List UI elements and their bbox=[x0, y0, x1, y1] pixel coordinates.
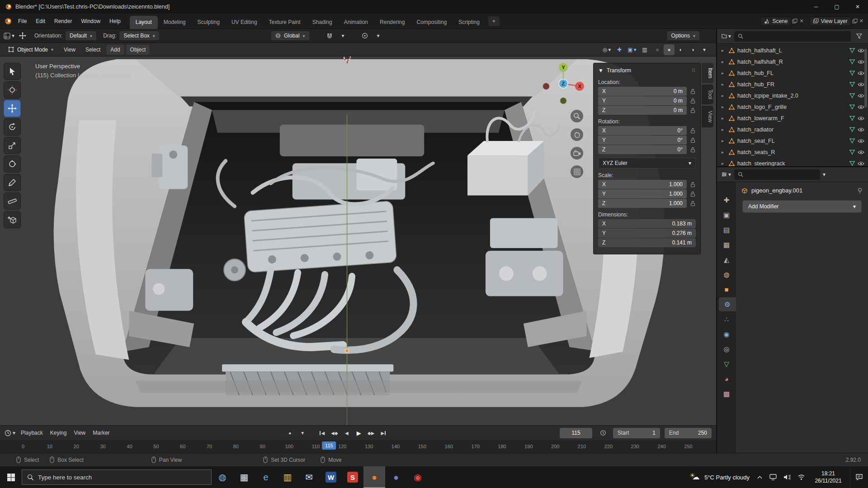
lock-icon[interactable] bbox=[690, 137, 696, 143]
preview-range-clock-icon[interactable] bbox=[598, 427, 609, 438]
viewport-menu-add[interactable]: Add bbox=[106, 45, 124, 55]
scale-x-field[interactable]: X1.000 bbox=[598, 180, 687, 189]
view-layer-selector[interactable]: View Layer bbox=[809, 16, 851, 26]
workspace-tab-rendering[interactable]: Rendering bbox=[374, 16, 410, 29]
play-button-icon[interactable]: ▶ bbox=[354, 428, 364, 438]
current-frame-field[interactable]: 115 bbox=[560, 428, 592, 438]
lock-icon[interactable] bbox=[690, 191, 696, 197]
snap-magnet-icon[interactable] bbox=[324, 30, 335, 41]
visibility-eye-icon[interactable] bbox=[858, 105, 864, 109]
rendered-shading-icon[interactable]: ◑ bbox=[687, 44, 698, 55]
taskbar-app-word[interactable]: W bbox=[320, 466, 342, 488]
transform-orientation-dropdown[interactable]: Global▾ bbox=[271, 31, 310, 41]
show-gizmo-icon[interactable]: ✚ bbox=[614, 44, 625, 55]
rotation-x-field[interactable]: X0° bbox=[598, 126, 687, 135]
move-tool-icon[interactable] bbox=[4, 100, 21, 117]
dimensions-z-field[interactable]: Z0.141 m bbox=[598, 238, 696, 247]
orientation-dropdown[interactable]: Default▾ bbox=[65, 31, 97, 41]
properties-filter-chevron-icon[interactable]: ▾ bbox=[823, 171, 826, 178]
cursor-tool-icon[interactable] bbox=[4, 81, 21, 99]
properties-tab-particles[interactable]: ∴ bbox=[717, 312, 736, 326]
workspace-tab-layout[interactable]: Layout bbox=[130, 16, 158, 29]
visibility-eye-icon[interactable] bbox=[858, 94, 864, 98]
properties-tab-active-tool[interactable]: ✚ bbox=[717, 193, 736, 207]
menu-render[interactable]: Render bbox=[50, 16, 76, 26]
expand-arrow-icon[interactable]: ▸ bbox=[722, 82, 726, 87]
pan-hand-icon[interactable] bbox=[571, 128, 583, 141]
outliner-display-mode-icon[interactable]: ▾ bbox=[721, 31, 731, 42]
lock-icon[interactable] bbox=[690, 98, 696, 104]
properties-editor-type-icon[interactable]: ▾ bbox=[721, 169, 731, 180]
outliner-row[interactable]: ▸hatch_hub_FR bbox=[717, 79, 868, 90]
expand-arrow-icon[interactable]: ▸ bbox=[722, 150, 726, 155]
rotation-mode-dropdown[interactable]: XYZ Euler▾ bbox=[598, 158, 696, 169]
scene-unlink-icon[interactable]: ✕ bbox=[798, 18, 804, 24]
lock-icon[interactable] bbox=[690, 182, 696, 188]
taskbar-app-edge[interactable]: e bbox=[255, 466, 277, 488]
visibility-eye-icon[interactable] bbox=[858, 116, 864, 121]
taskbar-clock[interactable]: 18:21 26/11/2021 bbox=[812, 470, 844, 484]
view-layer-remove-icon[interactable]: ✕ bbox=[859, 18, 864, 24]
timeline-menu-keying[interactable]: Keying bbox=[47, 428, 71, 438]
properties-tab-view-layer[interactable]: ▦ bbox=[717, 238, 736, 252]
timeline-playhead[interactable]: 115 bbox=[322, 441, 336, 450]
viewport-menu-select[interactable]: Select bbox=[81, 45, 104, 55]
3d-viewport[interactable]: User Perspective (115) Collection | pige… bbox=[0, 56, 716, 425]
workspace-tab-shading[interactable]: Shading bbox=[307, 16, 338, 29]
visibility-eye-icon[interactable] bbox=[858, 71, 864, 75]
outliner-row[interactable]: ▸hatch_icpipe_intake_2.0 bbox=[717, 90, 868, 101]
scale-z-field[interactable]: Z1.000 bbox=[598, 199, 687, 208]
keying-set-icon[interactable]: ● bbox=[284, 427, 295, 438]
menu-edit[interactable]: Edit bbox=[31, 16, 50, 26]
sidebar-tab-tool[interactable]: Tool bbox=[702, 84, 713, 104]
jump-to-start-icon[interactable]: ◀ bbox=[317, 428, 327, 438]
expand-arrow-icon[interactable]: ▸ bbox=[722, 104, 726, 109]
expand-arrow-icon[interactable]: ▸ bbox=[722, 59, 726, 64]
visibility-eye-icon[interactable] bbox=[858, 82, 864, 87]
drag-dropdown[interactable]: Select Box▾ bbox=[119, 31, 159, 41]
timeline-menu-playback[interactable]: Playback bbox=[17, 428, 47, 438]
properties-tab-constraints[interactable]: ◎ bbox=[717, 342, 736, 356]
location-y-field[interactable]: Y0 m bbox=[598, 96, 687, 105]
taskbar-app-chrome[interactable]: ◉ bbox=[407, 466, 429, 488]
outliner-row[interactable]: ▸hatch_logo_F_grille bbox=[717, 101, 868, 113]
transform-tool-icon[interactable] bbox=[4, 155, 21, 173]
expand-arrow-icon[interactable]: ▸ bbox=[722, 70, 726, 75]
measure-tool-icon[interactable] bbox=[4, 192, 21, 210]
show-overlays-icon[interactable]: ▣▾ bbox=[627, 44, 637, 55]
start-button[interactable] bbox=[0, 466, 22, 488]
navigation-gizmo[interactable]: Y X Z bbox=[542, 59, 585, 106]
toggle-xray-icon[interactable]: ▥ bbox=[639, 44, 650, 55]
menu-file[interactable]: File bbox=[14, 16, 31, 26]
zoom-icon[interactable] bbox=[571, 110, 583, 122]
hidden-icons-chevron-icon[interactable] bbox=[757, 474, 763, 480]
properties-tab-texture[interactable]: ▩ bbox=[717, 387, 736, 401]
viewport-menu-view[interactable]: View bbox=[60, 45, 80, 55]
rotation-y-field[interactable]: Y0° bbox=[598, 136, 687, 145]
rotate-tool-icon[interactable] bbox=[4, 118, 21, 136]
frame-start-field[interactable]: Start1 bbox=[613, 428, 660, 438]
editor-type-icon[interactable]: ▾ bbox=[4, 30, 14, 41]
sidebar-tab-view[interactable]: View bbox=[702, 106, 713, 127]
expand-arrow-icon[interactable]: ▸ bbox=[722, 116, 726, 121]
workspace-tab-modeling[interactable]: Modeling bbox=[158, 16, 192, 29]
timeline-menu-marker[interactable]: Marker bbox=[89, 428, 113, 438]
mode-dropdown[interactable]: Object Mode▾ bbox=[4, 45, 58, 55]
menu-help[interactable]: Help bbox=[105, 16, 125, 26]
visibility-eye-icon[interactable] bbox=[858, 60, 864, 64]
next-keyframe-icon[interactable]: ◆▶ bbox=[366, 428, 376, 438]
weather-widget[interactable]: ☀☁ 5°C Partly cloudy bbox=[685, 466, 754, 488]
timeline-menu-view[interactable]: View bbox=[70, 428, 89, 438]
solid-shading-icon[interactable]: ● bbox=[664, 44, 675, 55]
outliner-scrollbar[interactable] bbox=[864, 49, 867, 108]
expand-arrow-icon[interactable]: ▸ bbox=[722, 48, 726, 53]
taskbar-search-input[interactable]: Type here to search bbox=[22, 469, 212, 485]
pin-id-icon[interactable] bbox=[857, 188, 863, 194]
expand-arrow-icon[interactable]: ▸ bbox=[722, 161, 726, 166]
workspace-tab-uv-editing[interactable]: UV Editing bbox=[226, 16, 263, 29]
scale-tool-icon[interactable] bbox=[4, 137, 21, 154]
toggle-ortho-grid-icon[interactable] bbox=[571, 165, 583, 178]
outliner-row[interactable]: ▸hatch_halfshaft_R bbox=[717, 56, 868, 67]
annotate-tool-icon[interactable] bbox=[4, 174, 21, 191]
properties-tab-render[interactable]: ▣ bbox=[717, 208, 736, 222]
